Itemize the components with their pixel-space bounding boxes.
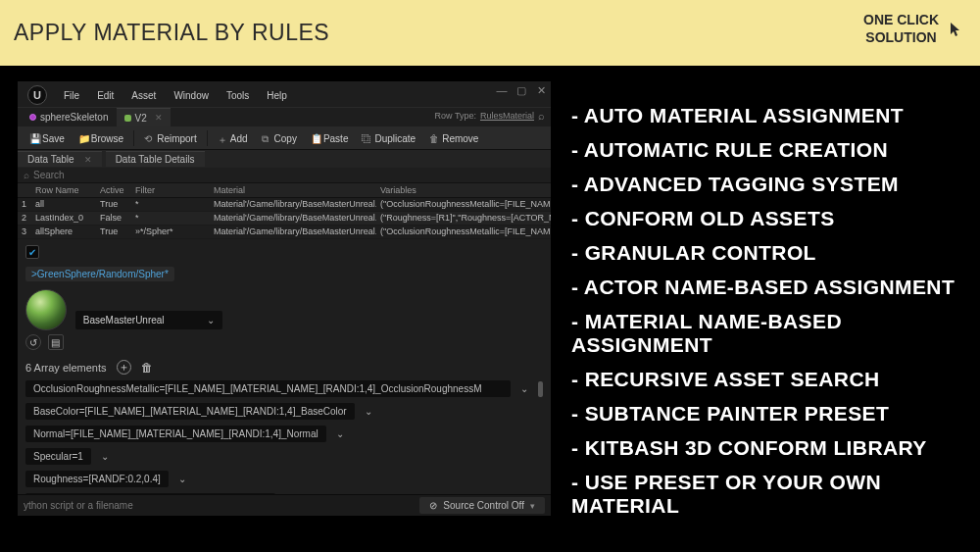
material-dropdown[interactable]: BaseMasterUnreal ⌄	[75, 311, 222, 329]
chevron-down-icon[interactable]: ⌄	[336, 428, 344, 439]
browse-button[interactable]: 📁Browse	[73, 131, 129, 146]
source-control-label: Source Control Off	[443, 500, 524, 511]
banner: APPLY MATERIAL BY RULES ONE CLICK SOLUTI…	[0, 0, 980, 66]
array-count-label: 6 Array elements	[25, 362, 107, 374]
row-type-label: Row Type:	[435, 111, 476, 121]
browse-to-icon[interactable]: ▤	[48, 334, 64, 350]
save-icon: 💾	[29, 133, 39, 143]
variable-field[interactable]: Roughness=[RANDF:0.2,0.4]	[25, 471, 169, 487]
row-type-value[interactable]: RulesMaterial	[480, 111, 534, 121]
col-material[interactable]: Material	[210, 183, 376, 197]
duplicate-icon: ⿻	[362, 133, 371, 143]
banner-right: ONE CLICK SOLUTION	[863, 12, 962, 46]
details-panel: ✔ >GreenSphere/Random/Spher* ↺ ▤ BaseMas…	[18, 239, 551, 522]
row-type-indicator: Row Type: RulesMaterial ⌕	[435, 110, 545, 122]
cursor-icon	[947, 22, 962, 37]
variable-field[interactable]: Specular=1	[25, 448, 91, 465]
menu-asset[interactable]: Asset	[122, 88, 165, 103]
filter-tag[interactable]: >GreenSphere/Random/Spher*	[25, 267, 174, 281]
maximize-icon[interactable]: ▢	[515, 84, 527, 96]
menu-help[interactable]: Help	[258, 88, 296, 103]
col-active[interactable]: Active	[96, 183, 131, 197]
menu-file[interactable]: File	[55, 88, 88, 103]
window-controls: — ▢ ✕	[496, 84, 547, 96]
clear-array-button[interactable]: 🗑	[141, 361, 153, 375]
search-icon[interactable]: ⌕	[538, 110, 545, 122]
menu-tools[interactable]: Tools	[218, 88, 258, 103]
use-selected-icon[interactable]: ↺	[25, 334, 41, 350]
source-control-button[interactable]: ⊘ Source Control Off ▾	[419, 497, 545, 514]
col-variables[interactable]: Variables	[376, 183, 551, 197]
minimize-icon[interactable]: —	[496, 84, 508, 96]
plus-icon: ＋	[218, 133, 227, 143]
feature-item: - USE PRESET OR YOUR OWN MATERIAL	[571, 471, 980, 518]
chevron-down-icon[interactable]: ⌄	[365, 406, 372, 417]
editor-window: — ▢ ✕ U File Edit Asset Window Tools Hel…	[18, 81, 551, 516]
python-prompt[interactable]: ython script or a filename	[24, 500, 133, 511]
chevron-down-icon: ⌄	[207, 315, 215, 326]
array-header: 6 Array elements ＋ 🗑	[25, 360, 543, 375]
reimport-button[interactable]: ⟲Reimport	[138, 131, 203, 146]
toolbar: 💾Save 📁Browse ⟲Reimport ＋Add ⧉Copy 📋Past…	[18, 127, 551, 150]
tab-close-icon[interactable]: ✕	[84, 155, 92, 165]
menubar: U File Edit Asset Window Tools Help	[18, 81, 551, 108]
status-bar: ython script or a filename ⊘ Source Cont…	[18, 494, 551, 516]
col-rowname[interactable]: Row Name	[31, 183, 96, 197]
reimport-icon: ⟲	[144, 133, 154, 143]
feature-item: - CONFORM OLD ASSETS	[571, 207, 980, 230]
chevron-down-icon: ▾	[530, 501, 535, 511]
table-row[interactable]: 3allSphereTrue»*/Spher*Material'/Game/li…	[18, 226, 551, 239]
duplicate-button[interactable]: ⿻Duplicate	[356, 131, 421, 146]
menu-edit[interactable]: Edit	[88, 88, 122, 103]
datatable-dot-icon	[124, 115, 131, 122]
feature-item: - MATERIAL NAME-BASED ASSIGNMENT	[571, 310, 980, 357]
feature-item: - AUTO MATERIAL ASSIGNMENT	[571, 104, 980, 127]
table-row[interactable]: 1allTrue*Material'/Game/library/BaseMast…	[18, 198, 551, 212]
add-button[interactable]: ＋Add	[212, 131, 254, 146]
table-row[interactable]: 2LastIndex_0False*Material'/Game/library…	[18, 212, 551, 226]
document-tabs: sphereSkeleton V2 ✕ Row Type: RulesMater…	[18, 108, 551, 127]
active-checkbox[interactable]: ✔	[25, 245, 39, 259]
chevron-down-icon[interactable]: ⌄	[520, 383, 528, 394]
separator	[207, 130, 208, 146]
search-bar: ⌕	[18, 168, 551, 183]
tab-label: V2	[135, 113, 147, 124]
col-filter[interactable]: Filter	[131, 183, 210, 197]
material-thumbnail[interactable]	[25, 289, 67, 330]
variable-field[interactable]: BaseColor=[FILE_NAME]_[MATERIAL_NAME]_[R…	[25, 403, 355, 420]
page-title: APPLY MATERIAL BY RULES	[14, 20, 329, 46]
copy-button[interactable]: ⧉Copy	[256, 131, 303, 146]
add-array-element-button[interactable]: ＋	[117, 360, 131, 375]
material-selector-row: ↺ ▤ BaseMasterUnreal ⌄	[25, 289, 543, 350]
paste-button[interactable]: 📋Paste	[305, 131, 355, 146]
chevron-down-icon[interactable]: ⌄	[101, 451, 109, 462]
remove-button[interactable]: 🗑Remove	[423, 131, 484, 146]
subtab-details[interactable]: Data Table Details	[106, 151, 205, 167]
skeleton-dot-icon	[29, 114, 36, 121]
feature-list: - AUTO MATERIAL ASSIGNMENT - AUTOMATIC R…	[571, 104, 980, 528]
tab-close-icon[interactable]: ✕	[155, 113, 163, 123]
close-icon[interactable]: ✕	[535, 84, 547, 96]
panel-tabs: Data Table✕ Data Table Details	[18, 150, 551, 168]
tab-v2[interactable]: V2 ✕	[117, 108, 171, 126]
menu-window[interactable]: Window	[165, 88, 218, 103]
tab-sphereskeleton[interactable]: sphereSkeleton	[22, 108, 117, 126]
ue-logo-icon: U	[27, 85, 47, 105]
tab-label: sphereSkeleton	[40, 112, 109, 123]
feature-item: - GRANULAR CONTROL	[571, 241, 980, 265]
chevron-down-icon[interactable]: ⌄	[178, 474, 186, 484]
feature-item: - ADVANCED TAGGING SYSTEM	[571, 173, 980, 196]
feature-item: - RECURSIVE ASSET SEARCH	[571, 368, 980, 391]
feature-item: - KITBASH 3D CONFORM LIBRARY	[571, 436, 980, 460]
trash-icon: 🗑	[429, 133, 439, 143]
save-button[interactable]: 💾Save	[24, 131, 71, 146]
variable-field[interactable]: OcclusionRoughnessMetallic=[FILE_NAME]_[…	[25, 380, 511, 397]
variable-field[interactable]: Normal=[FILE_NAME]_[MATERIAL_NAME]_[RAND…	[25, 426, 326, 442]
table-header: Row Name Active Filter Material Variable…	[18, 183, 551, 198]
paste-icon: 📋	[311, 133, 320, 143]
scroll-indicator[interactable]	[538, 381, 543, 397]
separator	[133, 130, 134, 146]
material-name: BaseMasterUnreal	[83, 315, 165, 326]
search-input[interactable]	[33, 170, 545, 180]
subtab-datatable[interactable]: Data Table✕	[18, 151, 102, 167]
